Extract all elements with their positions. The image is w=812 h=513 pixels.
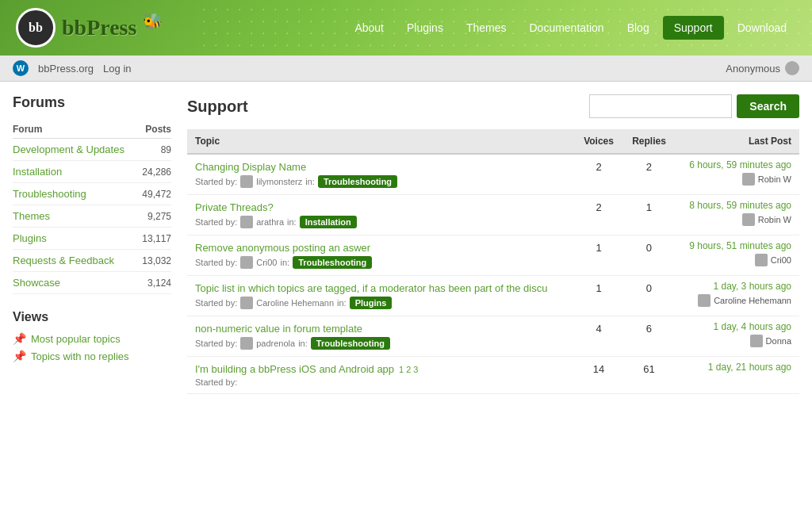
- topic-meta: Started by: Caroline Hehemann in: Plugin…: [195, 297, 567, 309]
- search-button[interactable]: Search: [737, 94, 799, 118]
- avatar: [240, 337, 253, 350]
- site-header: bb bbPress 🐝 About Plugins Themes Docume…: [0, 0, 812, 56]
- topic-title-link[interactable]: I'm building a bbPress iOS and Android a…: [195, 363, 394, 375]
- avatar: [240, 297, 253, 309]
- replies-header: Replies: [623, 129, 676, 154]
- forum-row: Requests & Feedback 13,032: [13, 250, 171, 272]
- last-post-username: Donna: [766, 336, 791, 346]
- page-link[interactable]: 2: [406, 365, 411, 374]
- last-post-username: Robin W: [758, 174, 791, 184]
- views-list: 📌Most popular topics📌Topics with no repl…: [13, 332, 171, 362]
- forum-row: Troubleshooting 49,472: [13, 183, 171, 205]
- nav-blog[interactable]: Blog: [618, 17, 659, 39]
- topic-tag[interactable]: Plugins: [350, 297, 393, 309]
- toolbar-site-link[interactable]: bbPress.org: [38, 63, 94, 75]
- content-title: Support: [187, 98, 248, 116]
- topic-tag[interactable]: Troubleshooting: [311, 337, 390, 350]
- nav-plugins[interactable]: Plugins: [397, 17, 453, 39]
- last-post-time: 1 day, 4 hours ago: [683, 321, 791, 332]
- topic-title-link[interactable]: Changing Display Name: [195, 161, 306, 173]
- nav-themes[interactable]: Themes: [457, 17, 516, 39]
- forum-posts: 9,275: [139, 205, 171, 228]
- topic-cell: non-numeric value in forum template Star…: [187, 316, 575, 357]
- voices-count: 4: [596, 323, 601, 335]
- last-post-header: Last Post: [675, 129, 799, 154]
- nav-support[interactable]: Support: [663, 16, 724, 40]
- forum-posts: 13,117: [139, 228, 171, 250]
- topic-meta: Started by:: [195, 377, 567, 387]
- logo-text: bbPress: [62, 15, 136, 40]
- forum-link[interactable]: Development & Updates: [13, 144, 124, 155]
- replies-count: 6: [646, 323, 652, 335]
- table-row: non-numeric value in forum template Star…: [187, 316, 799, 357]
- toolbar: W bbPress.org Log in Anonymous: [0, 56, 812, 82]
- last-post-cell: 1 day, 21 hours ago: [675, 357, 799, 394]
- views-link[interactable]: Most popular topics: [31, 333, 121, 345]
- table-row: I'm building a bbPress iOS and Android a…: [187, 357, 799, 394]
- topic-meta: Started by: padrenola in: Troubleshootin…: [195, 337, 567, 350]
- topic-cell: Remove anonymous posting an aswer Starte…: [187, 235, 575, 276]
- avatar: [742, 173, 755, 186]
- last-post-username: Robin W: [758, 215, 791, 224]
- toolbar-username: Anonymous: [726, 63, 780, 75]
- toolbar-login-link[interactable]: Log in: [103, 63, 131, 75]
- page-links: 123: [399, 365, 418, 374]
- table-row: Remove anonymous posting an aswer Starte…: [187, 235, 799, 276]
- search-input[interactable]: [589, 94, 732, 118]
- avatar: [698, 294, 710, 307]
- page-link[interactable]: 1: [399, 365, 404, 374]
- topic-meta: Started by: arathra in: Installation: [195, 216, 567, 228]
- last-post-time: 6 hours, 59 minutes ago: [683, 159, 791, 170]
- topic-starter: arathra: [256, 217, 284, 227]
- avatar: [750, 335, 763, 347]
- forum-link[interactable]: Plugins: [13, 232, 47, 244]
- forum-link[interactable]: Showcase: [13, 277, 60, 289]
- content-header: Support Search: [187, 94, 799, 118]
- voices-header: Voices: [575, 129, 623, 154]
- replies-count: 61: [643, 363, 654, 375]
- last-post-user: Caroline Hehemann: [683, 294, 791, 307]
- nav-documentation[interactable]: Documentation: [519, 17, 613, 39]
- replies-count: 2: [646, 161, 652, 173]
- sidebar: Forums Forum Posts Development & Updates…: [13, 94, 171, 513]
- last-post-user: Robin W: [683, 213, 791, 226]
- voices-cell: 2: [575, 195, 623, 235]
- last-post-cell: 9 hours, 51 minutes ago Cri00: [675, 235, 799, 276]
- last-post-username: Cri00: [771, 255, 791, 265]
- topic-title-link[interactable]: Private Threads?: [195, 201, 274, 213]
- forum-link[interactable]: Themes: [13, 210, 50, 222]
- voices-count: 14: [593, 363, 604, 375]
- nav-download[interactable]: Download: [728, 17, 796, 39]
- topic-tag[interactable]: Troubleshooting: [318, 175, 397, 188]
- page-link[interactable]: 3: [413, 365, 418, 374]
- replies-cell: 61: [623, 357, 676, 394]
- logo-circle: bb: [16, 8, 56, 48]
- replies-cell: 6: [623, 316, 676, 357]
- topic-cell: Topic list in which topics are tagged, i…: [187, 276, 575, 316]
- forum-link[interactable]: Troubleshooting: [13, 188, 86, 200]
- last-post-cell: 8 hours, 59 minutes ago Robin W: [675, 195, 799, 235]
- topic-title-link[interactable]: non-numeric value in forum template: [195, 323, 362, 335]
- last-post-cell: 1 day, 3 hours ago Caroline Hehemann: [675, 276, 799, 316]
- topic-starter: Caroline Hehemann: [256, 298, 334, 308]
- forum-row: Installation 24,286: [13, 161, 171, 183]
- topic-tag[interactable]: Troubleshooting: [293, 256, 372, 269]
- pushpin-icon: 📌: [13, 350, 26, 362]
- topic-starter: lilymonsterz: [256, 177, 302, 186]
- nav-about[interactable]: About: [345, 17, 393, 39]
- replies-cell: 1: [623, 195, 676, 235]
- forum-row: Showcase 3,124: [13, 272, 171, 294]
- forum-link[interactable]: Requests & Feedback: [13, 255, 114, 266]
- forum-row: Plugins 13,117: [13, 228, 171, 250]
- topic-title-link[interactable]: Topic list in which topics are tagged, i…: [195, 282, 547, 294]
- topic-title-link[interactable]: Remove anonymous posting an aswer: [195, 242, 370, 254]
- topics-table: Topic Voices Replies Last Post Changing …: [187, 129, 799, 394]
- avatar: [240, 216, 253, 228]
- table-row: Topic list in which topics are tagged, i…: [187, 276, 799, 316]
- voices-cell: 2: [575, 154, 623, 195]
- topic-starter: padrenola: [256, 339, 295, 348]
- topic-cell: I'm building a bbPress iOS and Android a…: [187, 357, 575, 394]
- forum-link[interactable]: Installation: [13, 166, 62, 178]
- topic-tag[interactable]: Installation: [300, 216, 357, 228]
- views-link[interactable]: Topics with no replies: [31, 350, 129, 362]
